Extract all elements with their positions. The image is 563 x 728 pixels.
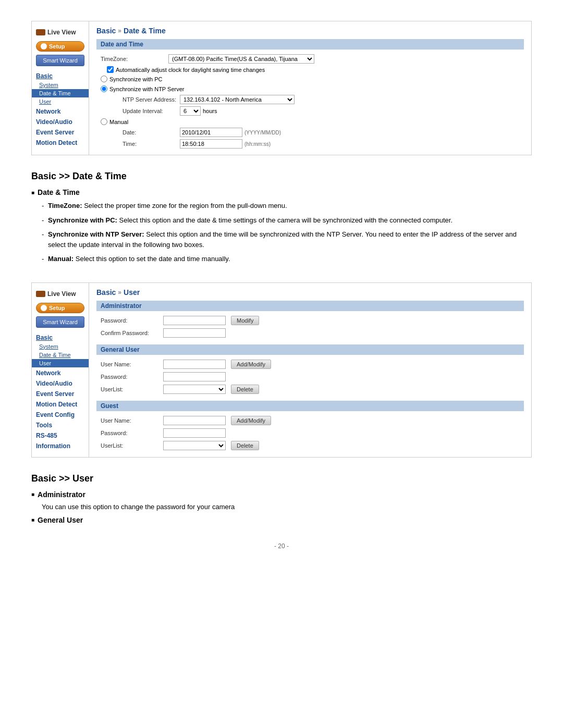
timezone-value-container: (GMT-08.00) Pacific Time(US & Canada), T…: [168, 54, 520, 64]
admin-password-row: Password: Modify: [96, 314, 524, 327]
modify-button[interactable]: Modify: [231, 316, 259, 325]
sidebar2-basic-title[interactable]: Basic: [32, 331, 89, 342]
doc-list-item: TimeZone: Select the proper time zone fo…: [42, 201, 532, 211]
admin-confirm-password-input[interactable]: [163, 328, 226, 338]
general-userlist-row: UserList: Delete: [96, 383, 524, 396]
general-username-label: User Name:: [101, 361, 163, 367]
smart-wizard-button-2[interactable]: Smart Wizard: [36, 316, 84, 328]
gear-icon-2: [41, 305, 47, 311]
sidebar-item-datetime[interactable]: Date & Time: [32, 89, 89, 97]
user-title-sep: »: [118, 289, 121, 296]
doc-general-user-title: General User: [31, 516, 532, 524]
sidebar2-live-view[interactable]: Live View: [32, 287, 89, 301]
camera-icon-2: [36, 291, 45, 297]
guest-section-header: Guest: [96, 401, 524, 411]
update-interval-row: Update Interval: 6 hours: [96, 105, 524, 117]
sync-pc-label: Synchronize with PC: [109, 76, 163, 82]
page-number: - 20 -: [31, 542, 532, 550]
time-label: Time:: [123, 141, 180, 147]
sync-ntp-radio[interactable]: [101, 85, 107, 92]
auto-adjust-label: Automatically adjust clock for daylight …: [116, 67, 265, 73]
smart-wizard-button[interactable]: Smart Wizard: [36, 55, 84, 66]
title-sub: Date & Time: [124, 27, 166, 35]
manual-doc-text: Select this option to set the date and t…: [76, 255, 230, 263]
sidebar2-item-information[interactable]: Information: [32, 440, 89, 451]
sidebar2-item-tools[interactable]: Tools: [32, 419, 89, 430]
general-password-input[interactable]: [163, 372, 226, 381]
manual-doc-label: Manual:: [48, 255, 74, 263]
live-view-label-2: Live View: [47, 290, 76, 298]
date-label: Date:: [123, 129, 180, 135]
sync-pc-doc-text: Select this option and the date & time s…: [119, 216, 453, 224]
general-userlist-select[interactable]: [163, 385, 226, 394]
sidebar-item-user[interactable]: User: [32, 97, 89, 106]
sidebar-1: Live View Setup Smart Wizard Basic Syste…: [32, 21, 89, 155]
general-username-row: User Name: Add/Modify: [96, 358, 524, 371]
datetime-page-title: Basic » Date & Time: [96, 27, 524, 35]
sidebar-item-event-server[interactable]: Event Server: [32, 127, 89, 137]
sidebar-item-motion-detect[interactable]: Motion Detect: [32, 137, 89, 147]
timezone-row: TimeZone: (GMT-08.00) Pacific Time(US & …: [96, 53, 524, 65]
guest-username-input[interactable]: [163, 416, 226, 425]
user-page-title: Basic » User: [96, 288, 524, 297]
sidebar2-item-user[interactable]: User: [32, 359, 89, 367]
auto-adjust-checkbox[interactable]: [107, 66, 114, 73]
guest-password-input[interactable]: [163, 428, 226, 438]
general-user-section-header: General User: [96, 344, 524, 355]
setup-label-2: Setup: [49, 305, 65, 311]
guest-delete-button[interactable]: Delete: [231, 441, 259, 450]
doc-admin-text: You can use this option to change the pa…: [31, 503, 532, 511]
general-delete-button[interactable]: Delete: [231, 385, 259, 394]
guest-userlist-select[interactable]: [163, 441, 226, 450]
general-password-row: Password:: [96, 371, 524, 383]
sidebar2-item-event-server[interactable]: Event Server: [32, 388, 89, 399]
ntp-address-row: NTP Server Address: 132.163.4.102 - Nort…: [96, 94, 524, 105]
ntp-address-label: NTP Server Address:: [123, 96, 180, 103]
update-interval-select[interactable]: 6: [180, 106, 201, 116]
admin-section-header: Administrator: [96, 301, 524, 311]
doc-datetime-list: TimeZone: Select the proper time zone fo…: [31, 201, 532, 264]
update-interval-label: Update Interval:: [123, 108, 180, 114]
datetime-main-content: Basic » Date & Time Date and Time TimeZo…: [89, 21, 531, 155]
guest-username-label: User Name:: [101, 417, 163, 424]
time-input[interactable]: [180, 139, 242, 149]
datetime-panel: Live View Setup Smart Wizard Basic Syste…: [31, 21, 532, 155]
sidebar2-item-motion-detect[interactable]: Motion Detect: [32, 399, 89, 409]
sidebar-basic-title[interactable]: Basic: [32, 69, 89, 81]
general-password-label: Password:: [101, 374, 163, 380]
sidebar2-item-network[interactable]: Network: [32, 367, 89, 378]
date-input[interactable]: [180, 128, 242, 137]
live-view-label: Live View: [47, 29, 76, 36]
doc-datetime-section1-title: Date & Time: [31, 188, 532, 196]
sidebar-item-video-audio[interactable]: Video/Audio: [32, 116, 89, 127]
admin-confirm-password-row: Confirm Password:: [96, 327, 524, 339]
sidebar-item-network[interactable]: Network: [32, 106, 89, 116]
general-add-modify-button[interactable]: Add/Modify: [231, 360, 271, 369]
user-panel: Live View Setup Smart Wizard Basic Syste…: [31, 282, 532, 458]
guest-userlist-row: UserList: Delete: [96, 439, 524, 452]
ntp-address-select[interactable]: 132.163.4.102 - North America: [180, 95, 295, 104]
timezone-select[interactable]: (GMT-08.00) Pacific Time(US & Canada), T…: [168, 54, 314, 64]
general-username-input[interactable]: [163, 360, 226, 369]
user-main-content: Basic » User Administrator Password: Mod…: [89, 283, 531, 457]
sidebar-live-view[interactable]: Live View: [32, 26, 89, 39]
setup-button[interactable]: Setup: [36, 41, 84, 52]
timezone-doc-text: Select the proper time zone for the regi…: [84, 202, 287, 209]
user-title-main: Basic: [96, 288, 116, 297]
sync-pc-doc-label: Synchronize with PC:: [48, 216, 117, 224]
guest-userlist-label: UserList:: [101, 442, 163, 449]
sync-ntp-row: Synchronize with NTP Server: [96, 84, 524, 94]
setup-button-2[interactable]: Setup: [36, 303, 84, 313]
sync-pc-radio[interactable]: [101, 76, 107, 82]
sidebar-item-system[interactable]: System: [32, 81, 89, 89]
time-hint: (hh:mm:ss): [244, 141, 271, 147]
date-hint: (YYYY/MM/DD): [244, 130, 281, 135]
manual-radio[interactable]: [101, 118, 107, 125]
sidebar2-item-video-audio[interactable]: Video/Audio: [32, 378, 89, 388]
sidebar2-item-system[interactable]: System: [32, 342, 89, 351]
admin-password-input[interactable]: [163, 316, 226, 325]
sidebar2-item-event-config[interactable]: Event Config: [32, 409, 89, 419]
guest-add-modify-button[interactable]: Add/Modify: [231, 416, 271, 425]
sidebar2-item-rs485[interactable]: RS-485: [32, 430, 89, 440]
sidebar2-item-datetime[interactable]: Date & Time: [32, 351, 89, 359]
